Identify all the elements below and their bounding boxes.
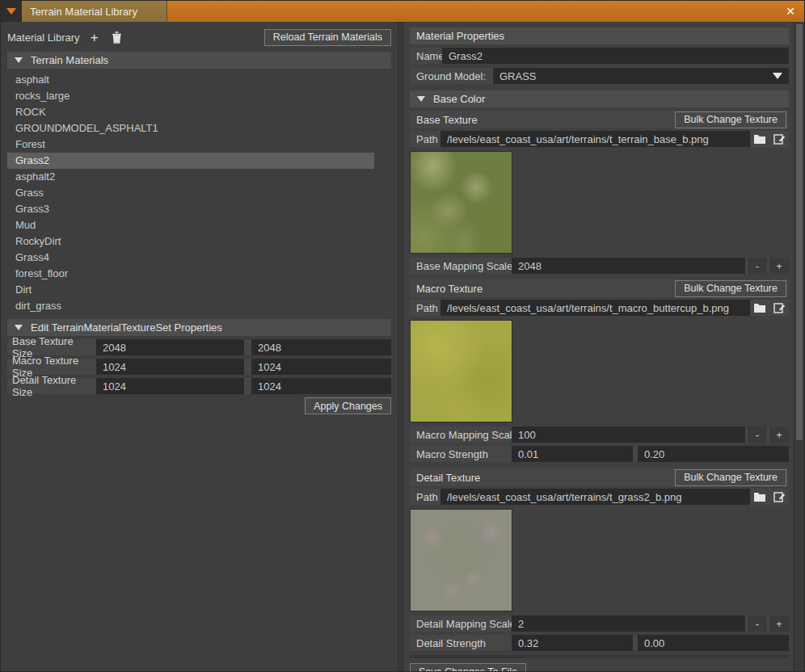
list-item-grass[interactable]: Grass <box>7 185 391 201</box>
detail-strength-input-1[interactable] <box>512 635 633 651</box>
detail-scale-decrement-button[interactable]: - <box>748 615 767 632</box>
macro-strength-input-2[interactable] <box>638 446 789 462</box>
macro-texture-subheader: Macro Texture Bulk Change Texture <box>410 279 789 297</box>
edit-file-icon <box>773 301 786 314</box>
detail-strength-label: Detail Strength <box>410 637 512 649</box>
base-scale-decrement-button[interactable]: - <box>748 258 767 274</box>
apply-changes-button[interactable]: Apply Changes <box>305 397 391 414</box>
list-item-forest[interactable]: Forest <box>7 136 391 153</box>
list-item-asphalt2[interactable]: asphalt2 <box>7 169 391 185</box>
macro-path-input[interactable] <box>440 300 750 316</box>
base-color-header-label: Base Color <box>433 93 485 105</box>
macro-texture-title: Macro Texture <box>416 283 483 295</box>
ground-model-select[interactable]: GRASS <box>493 68 789 84</box>
name-input[interactable] <box>442 48 789 64</box>
list-item-forest-floor[interactable]: forest_floor <box>7 266 391 282</box>
detail-texture-size-input-2[interactable] <box>251 378 391 394</box>
macro-scale-decrement-button[interactable]: - <box>748 426 767 443</box>
material-properties-header: Material Properties <box>410 27 789 44</box>
panel-divider[interactable] <box>398 22 403 671</box>
terrain-materials-header-label: Terrain Materials <box>31 54 108 66</box>
macro-texture-size-row: Macro Texture Size <box>7 359 391 375</box>
detail-bulk-change-texture-button[interactable]: Bulk Change Texture <box>675 469 786 486</box>
base-color-header[interactable]: Base Color <box>410 90 789 107</box>
base-path-input[interactable] <box>440 131 750 147</box>
base-texture-size-input-1[interactable] <box>96 339 244 355</box>
detail-path-input[interactable] <box>440 489 750 505</box>
list-item-rock[interactable]: ROCK <box>7 104 391 120</box>
macro-mapping-scale-label: Macro Mapping Scale <box>410 429 512 441</box>
left-panel: Material Library + Reload Terrain Materi… <box>1 22 398 671</box>
list-item-grass2-selected[interactable]: Grass2 <box>7 153 374 169</box>
macro-texture-size-input-2[interactable] <box>251 359 391 375</box>
delete-material-button[interactable] <box>109 29 125 45</box>
macro-bulk-change-texture-button[interactable]: Bulk Change Texture <box>675 280 786 297</box>
list-item-asphalt[interactable]: asphalt <box>7 72 391 88</box>
base-path-label: Path <box>410 133 440 145</box>
base-bulk-change-texture-button[interactable]: Bulk Change Texture <box>675 111 786 128</box>
base-scale-increment-button[interactable]: + <box>769 258 789 274</box>
detail-browse-button[interactable] <box>750 489 769 505</box>
list-item-rockydirt[interactable]: RockyDirt <box>7 233 391 250</box>
detail-edit-path-button[interactable] <box>769 489 789 505</box>
detail-scale-increment-button[interactable]: + <box>769 615 789 632</box>
window-title-tab[interactable]: Terrain Material Library <box>22 1 167 22</box>
chevron-down-icon <box>773 73 782 79</box>
terrain-material-library-window: Terrain Material Library ✕ Material Libr… <box>0 0 805 672</box>
detail-texture-subheader: Detail Texture Bulk Change Texture <box>410 468 789 486</box>
vertical-scrollbar[interactable] <box>794 22 804 671</box>
macro-mapping-scale-input[interactable] <box>512 426 745 443</box>
base-texture-preview[interactable] <box>410 151 512 254</box>
list-item-mud[interactable]: Mud <box>7 217 391 233</box>
detail-path-row: Path <box>410 489 789 505</box>
detail-texture-size-input-1[interactable] <box>96 378 244 394</box>
close-icon: ✕ <box>786 5 795 18</box>
add-material-button[interactable]: + <box>86 29 103 45</box>
detail-texture-size-row: Detail Texture Size <box>7 378 391 394</box>
right-panel: Material Properties Name Ground Model: G… <box>403 22 794 671</box>
macro-scale-increment-button[interactable]: + <box>769 426 789 443</box>
name-label: Name <box>410 50 442 62</box>
titlebar-spacer <box>167 1 777 22</box>
macro-path-label: Path <box>410 302 440 314</box>
macro-mapping-scale-row: Macro Mapping Scale - + <box>410 426 789 443</box>
detail-mapping-scale-input[interactable] <box>512 615 745 632</box>
list-item-dirt-grass[interactable]: dirt_grass <box>7 298 391 314</box>
macro-texture-preview[interactable] <box>410 320 512 422</box>
folder-icon <box>753 134 766 145</box>
textureset-properties-header[interactable]: Edit TerrainMaterialTextureSet Propertie… <box>7 319 391 336</box>
list-item-grass4[interactable]: Grass4 <box>7 250 391 266</box>
plus-icon: + <box>91 31 99 44</box>
folder-icon <box>753 492 766 502</box>
list-item-rocks-large[interactable]: rocks_large <box>7 88 391 104</box>
macro-edit-path-button[interactable] <box>769 300 789 316</box>
scrollbar-thumb[interactable] <box>796 24 803 440</box>
close-button[interactable]: ✕ <box>777 1 804 22</box>
base-path-row: Path <box>410 131 789 147</box>
detail-texture-preview[interactable] <box>410 509 512 611</box>
detail-path-label: Path <box>410 491 440 503</box>
macro-browse-button[interactable] <box>750 300 769 316</box>
ground-model-row: Ground Model: GRASS <box>410 68 789 84</box>
macro-texture-size-input-1[interactable] <box>96 359 244 375</box>
reload-terrain-materials-button[interactable]: Reload Terrain Materials <box>264 29 391 46</box>
material-library-label: Material Library <box>7 32 80 44</box>
app-logo-icon <box>6 8 16 15</box>
material-properties-header-label: Material Properties <box>416 30 504 42</box>
ground-model-value: GRASS <box>499 70 537 82</box>
list-item-grass3[interactable]: Grass3 <box>7 201 391 217</box>
save-changes-to-file-button[interactable]: Save Changes To File <box>410 663 526 671</box>
macro-strength-row: Macro Strength <box>410 446 789 462</box>
terrain-materials-header[interactable]: Terrain Materials <box>7 52 391 69</box>
macro-strength-input-1[interactable] <box>512 446 633 462</box>
bottom-separator <box>410 655 789 658</box>
base-mapping-scale-input[interactable] <box>512 258 745 274</box>
base-edit-path-button[interactable] <box>769 131 789 147</box>
base-browse-button[interactable] <box>750 131 769 147</box>
detail-strength-row: Detail Strength <box>410 635 789 651</box>
list-item-dirt[interactable]: Dirt <box>7 282 391 298</box>
list-item-groundmodel-asphalt1[interactable]: GROUNDMODEL_ASPHALT1 <box>7 120 391 136</box>
detail-strength-input-2[interactable] <box>638 635 789 651</box>
edit-file-icon <box>773 132 786 145</box>
base-texture-size-input-2[interactable] <box>251 339 391 355</box>
